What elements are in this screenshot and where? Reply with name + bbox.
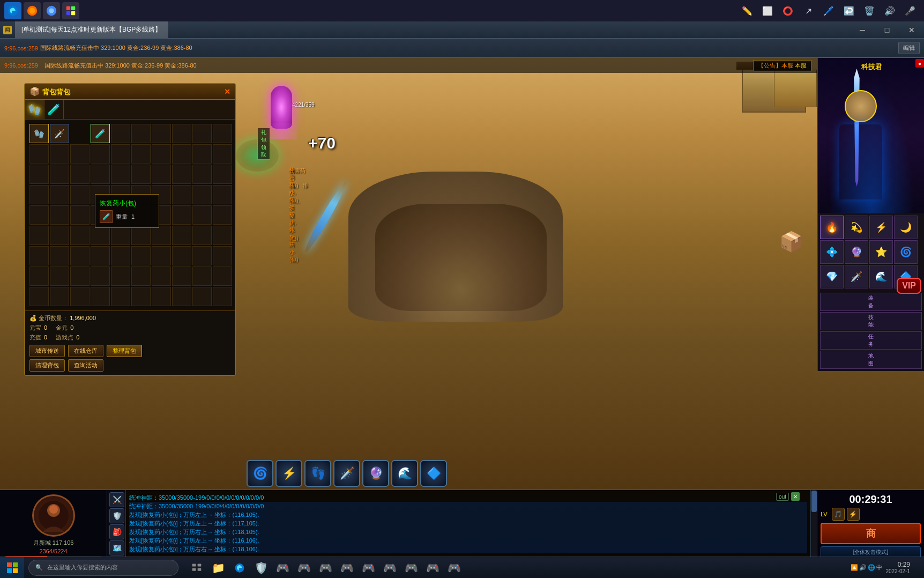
rect-tool[interactable]: ⬜ [758,1,777,20]
inv-cell-81[interactable] [70,287,90,306]
inv-cell-72[interactable] [91,266,110,286]
side-btn-1[interactable]: ⚔️ [109,492,124,507]
inv-cell-62[interactable] [91,246,110,265]
scroll-thumb[interactable] [811,491,817,512]
game-icon-2[interactable]: 🎮 [294,558,314,577]
inv-cell-60[interactable] [50,246,69,265]
inv-cell-25[interactable] [152,165,171,184]
audio-tool[interactable]: 🔊 [880,1,899,20]
minimize-button[interactable]: ─ [850,21,875,39]
inv-cell-12[interactable] [91,144,110,164]
city-transfer-btn[interactable]: 城市传送 [29,345,65,357]
icon-2[interactable] [43,2,60,19]
skill-slot-3[interactable]: ⚡ [869,216,893,239]
delete-tool[interactable]: 🗑️ [860,1,879,20]
network-icon[interactable]: 🌐 [868,564,875,571]
inv-cell-80[interactable] [50,287,69,306]
inv-tab-1[interactable]: 🧤 [25,100,44,119]
taskbar-search[interactable]: 🔍 在这里输入你要搜索的内容 [28,560,178,576]
inv-cell-73[interactable] [111,266,130,286]
game-icon-7[interactable]: 🎮 [401,558,421,577]
inventory-close-button[interactable]: ✕ [224,87,230,96]
inv-cell-20[interactable] [50,165,69,184]
inv-cell-68[interactable] [213,246,232,265]
inv-cell-39[interactable] [29,205,49,225]
inv-cell-3[interactable] [111,124,130,143]
inv-cell-8[interactable] [213,124,232,143]
inv-cell-82[interactable] [91,287,110,306]
skill-btn-1[interactable]: 🌀 [247,460,273,487]
online-storage-btn[interactable]: 在线仓库 [68,345,103,357]
skill-btn-4[interactable]: 🗡️ [333,460,360,487]
skill-slot-5[interactable]: 💠 [820,240,844,264]
inv-cell-84[interactable] [131,287,151,306]
inv-cell-52[interactable] [91,226,110,245]
level-icon-1[interactable]: 🎵 [832,508,845,521]
inv-cell-69[interactable] [29,266,49,286]
skill-slot-6[interactable]: 🔮 [845,240,868,264]
inv-cell-58[interactable] [213,226,232,245]
skill-slot-1[interactable]: 🔥 [820,216,844,239]
brush-tool[interactable]: 🖊️ [819,1,838,20]
inv-cell-36[interactable] [172,185,191,204]
inv-cell-47[interactable] [192,205,212,225]
inv-cell-7[interactable] [192,124,212,143]
inv-cell-28[interactable] [213,165,232,184]
inv-cell-85[interactable] [152,287,171,306]
side-btn-3[interactable]: 🎒 [109,524,124,539]
start-button[interactable] [0,557,24,579]
inv-cell-86[interactable] [172,287,191,306]
icon-1[interactable] [24,2,41,19]
inv-cell-50[interactable] [50,226,69,245]
skill-btn-2[interactable]: ⚡ [275,460,302,487]
inv-cell-2[interactable]: 🗡️ [50,124,69,143]
chest-icon[interactable]: 📦 [779,231,803,253]
inv-cell-38[interactable] [213,185,232,204]
inv-cell-78[interactable] [213,266,232,286]
right-panel-btn-4[interactable]: 地图 [820,351,922,369]
taskbar-clock[interactable]: 0:29 2022-02-1 [885,561,910,574]
inv-cell-13[interactable] [111,144,130,164]
shop-button[interactable]: 商 [821,523,921,544]
inv-cell-16[interactable] [172,144,191,164]
inv-cell-83[interactable] [111,287,130,306]
inv-cell-88[interactable] [213,287,232,306]
inv-cell-46[interactable] [172,205,191,225]
inv-cell-49[interactable] [29,226,49,245]
skill-slot-8[interactable]: 🌀 [894,240,918,264]
inv-cell-9[interactable] [29,144,49,164]
organize-btn[interactable]: 整理背包 [107,345,142,357]
skill-btn-6[interactable]: 🌊 [391,460,418,487]
inv-cell-67[interactable] [192,246,212,265]
pen-tool[interactable]: ✏️ [737,1,757,20]
check-event-btn[interactable]: 查询活动 [68,359,103,372]
inv-cell-10[interactable] [50,144,69,164]
inv-tab-2[interactable]: 🧪 [44,100,64,119]
inv-cell-59[interactable] [29,246,49,265]
window-tab[interactable]: [单机测试]每天12点准时更新版本【BGP多线路】 [15,21,168,38]
inv-cell-76[interactable] [172,266,191,286]
skill-slot-9[interactable]: 💎 [820,265,844,288]
undo-tool[interactable]: ↩️ [839,1,859,20]
game-icon-5[interactable]: 🎮 [359,558,378,577]
game-icon-8[interactable]: 🎮 [423,558,442,577]
right-panel-btn-1[interactable]: 装备 [820,293,922,311]
inv-cell-56[interactable] [172,226,191,245]
skill-btn-3[interactable]: 👣 [304,460,331,487]
inv-cell-31[interactable] [70,185,90,204]
arrow-tool[interactable]: ↗ [799,1,818,20]
side-btn-2[interactable]: 🛡️ [109,508,124,523]
inv-cell-selected[interactable]: 🧪 [91,124,110,143]
inv-cell-53[interactable] [111,226,130,245]
taskview-btn[interactable] [187,558,206,577]
inv-cell-48[interactable] [213,205,232,225]
inv-cell-66[interactable] [172,246,191,265]
circle-tool[interactable]: ⭕ [778,1,798,20]
inv-cell-57[interactable] [192,226,212,245]
right-panel-btn-3[interactable]: 任务 [820,331,922,350]
level-icon-2[interactable]: ⚡ [847,508,860,521]
inv-cell-40[interactable] [50,205,69,225]
side-btn-4[interactable]: 🗺️ [109,540,124,555]
inv-cell-1[interactable]: 🧤 [29,124,49,143]
skill-slot-2[interactable]: 💫 [845,216,868,239]
